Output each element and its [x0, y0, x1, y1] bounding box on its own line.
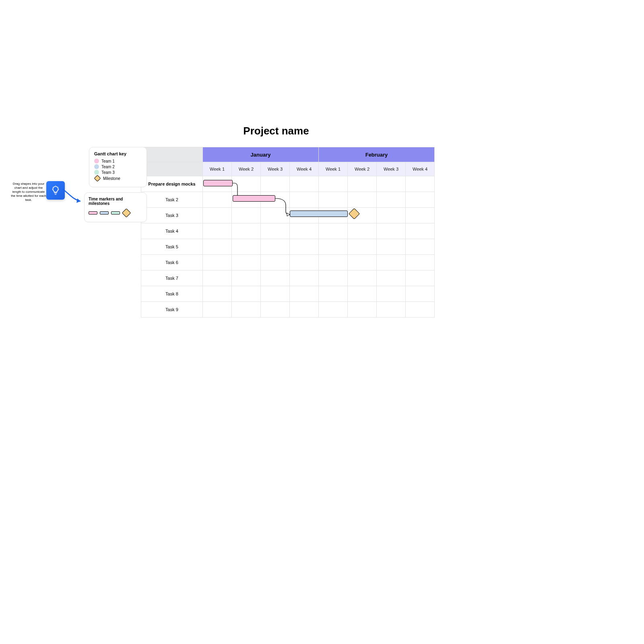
- task-label-9[interactable]: Task 9: [141, 302, 203, 318]
- gantt-cell[interactable]: [261, 223, 290, 239]
- month-header-february[interactable]: February: [319, 147, 435, 162]
- gantt-cell[interactable]: [406, 239, 435, 255]
- palette-bar-team1[interactable]: [89, 211, 97, 215]
- gantt-cell[interactable]: [377, 255, 406, 270]
- gantt-cell[interactable]: [406, 208, 435, 223]
- gantt-cell[interactable]: [232, 286, 261, 302]
- task-label-5[interactable]: Task 5: [141, 239, 203, 255]
- gantt-cell[interactable]: [232, 239, 261, 255]
- gantt-cell[interactable]: [290, 286, 319, 302]
- gantt-cell[interactable]: [203, 208, 232, 223]
- gantt-cell[interactable]: [290, 176, 319, 192]
- gantt-cell[interactable]: [377, 176, 406, 192]
- gantt-cell[interactable]: [406, 223, 435, 239]
- task-label-7[interactable]: Task 7: [141, 270, 203, 286]
- gantt-cell[interactable]: [348, 223, 377, 239]
- gantt-cell[interactable]: [348, 286, 377, 302]
- task-label-1[interactable]: Prepare design mocks: [141, 176, 203, 192]
- gantt-cell[interactable]: [232, 176, 261, 192]
- week-header-1[interactable]: Week 1: [203, 162, 232, 176]
- hint-arrow-icon: [61, 186, 85, 206]
- gantt-cell[interactable]: [348, 176, 377, 192]
- hint-sticky-note[interactable]: [46, 181, 65, 200]
- gantt-cell[interactable]: [203, 239, 232, 255]
- task-bar-3[interactable]: [290, 211, 348, 217]
- project-title[interactable]: Project name: [204, 126, 349, 136]
- gantt-cell[interactable]: [261, 239, 290, 255]
- gantt-cell[interactable]: [348, 239, 377, 255]
- gantt-cell[interactable]: [377, 302, 406, 318]
- gantt-cell[interactable]: [261, 176, 290, 192]
- week-header-7[interactable]: Week 3: [377, 162, 406, 176]
- gantt-cell[interactable]: [377, 192, 406, 208]
- gantt-cell[interactable]: [406, 270, 435, 286]
- gantt-cell[interactable]: [261, 286, 290, 302]
- gantt-cell[interactable]: [203, 192, 232, 208]
- task-label-3[interactable]: Task 3: [141, 208, 203, 223]
- week-header-8[interactable]: Week 4: [406, 162, 435, 176]
- gantt-cell[interactable]: [377, 239, 406, 255]
- gantt-cell[interactable]: [290, 239, 319, 255]
- gantt-cell[interactable]: [406, 176, 435, 192]
- gantt-cell[interactable]: [203, 270, 232, 286]
- gantt-cell[interactable]: [232, 302, 261, 318]
- gantt-cell[interactable]: [319, 239, 348, 255]
- shape-palette-panel[interactable]: Time markers and milestones: [84, 192, 147, 222]
- gantt-cell[interactable]: [203, 286, 232, 302]
- gantt-cell[interactable]: [348, 270, 377, 286]
- gantt-cell[interactable]: [406, 302, 435, 318]
- week-header-2[interactable]: Week 2: [232, 162, 261, 176]
- gantt-cell[interactable]: [377, 286, 406, 302]
- gantt-cell[interactable]: [319, 176, 348, 192]
- gantt-cell[interactable]: [232, 255, 261, 270]
- month-header-january[interactable]: January: [203, 147, 319, 162]
- gantt-cell[interactable]: [261, 270, 290, 286]
- week-header-6[interactable]: Week 2: [348, 162, 377, 176]
- gantt-cell[interactable]: [319, 192, 348, 208]
- gantt-cell[interactable]: [203, 223, 232, 239]
- gantt-cell[interactable]: [290, 302, 319, 318]
- gantt-cell[interactable]: [348, 302, 377, 318]
- gantt-cell[interactable]: [261, 302, 290, 318]
- gantt-cell[interactable]: [232, 223, 261, 239]
- task-label-2[interactable]: Task 2: [141, 192, 203, 208]
- gantt-cell[interactable]: [348, 192, 377, 208]
- week-header-5[interactable]: Week 1: [319, 162, 348, 176]
- shape-palette-title: Time markers and milestones: [89, 197, 142, 206]
- palette-bar-team2[interactable]: [100, 211, 109, 215]
- gantt-cell[interactable]: [377, 208, 406, 223]
- gantt-cell[interactable]: [203, 255, 232, 270]
- gantt-cell[interactable]: [232, 208, 261, 223]
- gantt-cell[interactable]: [406, 255, 435, 270]
- gantt-cell[interactable]: [290, 255, 319, 270]
- task-bar-1[interactable]: [203, 180, 233, 186]
- task-bar-2[interactable]: [233, 195, 275, 202]
- task-label-8[interactable]: Task 8: [141, 286, 203, 302]
- week-header-3[interactable]: Week 3: [261, 162, 290, 176]
- gantt-cell[interactable]: [406, 286, 435, 302]
- legend-item-milestone: Milestone: [94, 175, 142, 181]
- gantt-cell[interactable]: [261, 208, 290, 223]
- gantt-cell[interactable]: [290, 192, 319, 208]
- gantt-cell[interactable]: [232, 270, 261, 286]
- task-label-6[interactable]: Task 6: [141, 255, 203, 270]
- swatch-team3-icon: [94, 170, 99, 175]
- week-header-4[interactable]: Week 4: [290, 162, 319, 176]
- gantt-cell[interactable]: [348, 255, 377, 270]
- palette-bar-team3[interactable]: [111, 211, 120, 215]
- gantt-cell[interactable]: [319, 302, 348, 318]
- gantt-cell[interactable]: [406, 192, 435, 208]
- gantt-cell[interactable]: [319, 286, 348, 302]
- gantt-cell[interactable]: [377, 223, 406, 239]
- task-label-4[interactable]: Task 4: [141, 223, 203, 239]
- legend-panel[interactable]: Gantt chart key Team 1 Team 2 Team 3 Mil…: [89, 147, 147, 187]
- gantt-cell[interactable]: [319, 270, 348, 286]
- palette-milestone[interactable]: [122, 208, 131, 218]
- gantt-cell[interactable]: [377, 270, 406, 286]
- gantt-cell[interactable]: [290, 270, 319, 286]
- gantt-cell[interactable]: [319, 223, 348, 239]
- gantt-cell[interactable]: [261, 255, 290, 270]
- gantt-cell[interactable]: [203, 302, 232, 318]
- gantt-cell[interactable]: [319, 255, 348, 270]
- gantt-cell[interactable]: [290, 223, 319, 239]
